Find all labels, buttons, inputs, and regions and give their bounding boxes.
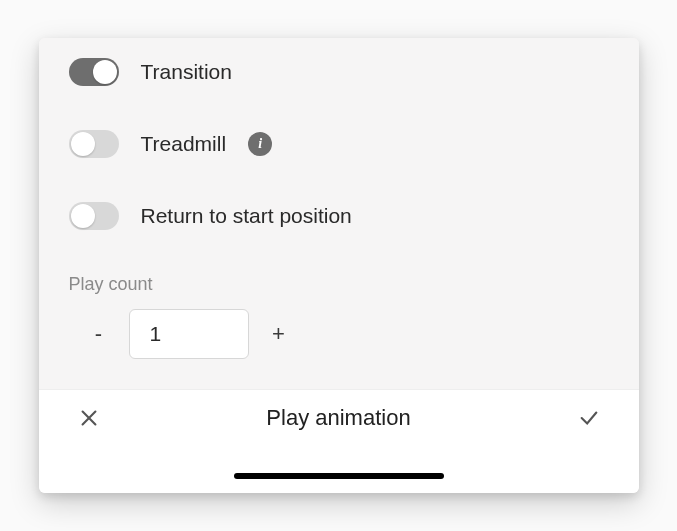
settings-panel: Transition Treadmill i Return to start p… [39, 38, 639, 493]
transition-label: Transition [141, 60, 232, 84]
info-icon[interactable]: i [248, 132, 272, 156]
return-start-toggle[interactable] [69, 202, 119, 230]
treadmill-label: Treadmill [141, 132, 227, 156]
footer-title: Play animation [266, 405, 410, 431]
play-count-value[interactable]: 1 [129, 309, 249, 359]
confirm-icon[interactable] [575, 404, 603, 432]
decrement-button[interactable]: - [69, 310, 129, 358]
toggle-knob [71, 132, 95, 156]
panel-content: Transition Treadmill i Return to start p… [39, 38, 639, 389]
close-icon[interactable] [75, 404, 103, 432]
treadmill-row: Treadmill i [69, 130, 609, 158]
treadmill-toggle[interactable] [69, 130, 119, 158]
play-count-stepper: - 1 + [69, 309, 609, 359]
home-indicator[interactable] [234, 473, 444, 479]
footer-actions: Play animation [39, 390, 639, 446]
transition-toggle[interactable] [69, 58, 119, 86]
toggle-knob [71, 204, 95, 228]
return-start-row: Return to start position [69, 202, 609, 230]
toggle-knob [93, 60, 117, 84]
transition-row: Transition [69, 58, 609, 86]
increment-button[interactable]: + [249, 310, 309, 358]
play-count-label: Play count [69, 274, 609, 295]
return-start-label: Return to start position [141, 204, 352, 228]
footer-bar: Play animation [39, 389, 639, 493]
